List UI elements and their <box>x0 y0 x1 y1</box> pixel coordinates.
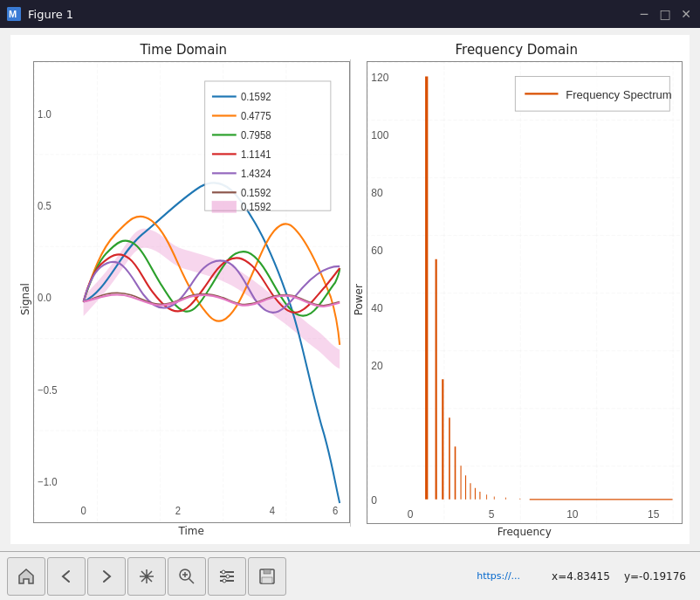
left-plot-inner: Signal 1.0 <box>17 61 350 537</box>
title-bar-controls: ─ □ ✕ <box>637 7 693 21</box>
x-coord: x=4.83415 <box>552 570 610 583</box>
minimize-button[interactable]: ─ <box>637 7 651 21</box>
plot-area: Time Domain Signal <box>10 35 690 544</box>
zoom-button[interactable] <box>168 557 206 596</box>
svg-text:4: 4 <box>270 505 276 516</box>
svg-text:0.4775: 0.4775 <box>241 110 271 121</box>
svg-text:0.0: 0.0 <box>38 292 51 303</box>
app-icon: M <box>7 7 21 21</box>
svg-text:60: 60 <box>371 245 383 257</box>
svg-text:80: 80 <box>371 187 383 199</box>
svg-point-65 <box>226 575 230 578</box>
svg-rect-68 <box>264 569 271 574</box>
svg-rect-69 <box>262 577 272 583</box>
svg-text:20: 20 <box>371 360 383 372</box>
left-y-label: Signal <box>17 61 33 537</box>
svg-text:1.4324: 1.4324 <box>241 167 271 178</box>
home-button[interactable] <box>7 557 45 596</box>
back-button[interactable] <box>47 557 86 596</box>
right-plot-inner: Power 120 <box>351 61 683 538</box>
toolbar-buttons <box>7 557 286 596</box>
svg-text:0.7958: 0.7958 <box>241 128 271 140</box>
svg-text:0.1592: 0.1592 <box>241 186 271 197</box>
main-content: Time Domain Signal <box>0 28 700 551</box>
svg-text:0.5: 0.5 <box>38 200 51 211</box>
svg-text:1.0: 1.0 <box>38 107 51 119</box>
svg-line-58 <box>189 578 195 583</box>
left-chart-canvas[interactable]: 1.0 0.5 0.0 −0.5 −1.0 0 2 4 6 <box>33 61 350 523</box>
left-plot-title: Time Domain <box>17 42 350 58</box>
svg-text:0: 0 <box>371 494 377 507</box>
left-plot: Time Domain Signal <box>10 35 350 544</box>
right-x-label: Frequency <box>367 526 683 538</box>
svg-point-66 <box>223 579 226 583</box>
forward-button[interactable] <box>87 557 126 596</box>
title-bar-left: M Figure 1 <box>7 7 73 21</box>
svg-text:−1.0: −1.0 <box>38 476 58 487</box>
svg-text:0.1592: 0.1592 <box>241 201 271 212</box>
svg-text:0: 0 <box>407 508 413 521</box>
svg-text:−0.5: −0.5 <box>38 384 58 396</box>
right-plot-title: Frequency Domain <box>351 42 683 58</box>
svg-rect-27 <box>367 62 683 523</box>
settings-button[interactable] <box>208 557 246 596</box>
right-plot: Frequency Domain Power <box>351 35 690 544</box>
svg-text:1.1141: 1.1141 <box>241 148 271 159</box>
right-chart-canvas[interactable]: 120 100 80 60 40 20 0 0 5 10 15 <box>367 61 683 524</box>
title-bar: M Figure 1 ─ □ ✕ <box>0 0 700 28</box>
svg-text:6: 6 <box>333 505 338 516</box>
right-y-label: Power <box>351 61 367 538</box>
svg-text:100: 100 <box>371 129 388 141</box>
svg-text:15: 15 <box>648 508 660 521</box>
svg-text:120: 120 <box>371 72 388 84</box>
save-button[interactable] <box>248 557 286 596</box>
toolbar: https://... x=4.83415 y=-0.19176 <box>0 551 700 600</box>
svg-text:0: 0 <box>80 505 86 516</box>
toolbar-status: https://... x=4.83415 y=-0.19176 <box>288 570 693 583</box>
svg-text:M: M <box>9 9 17 19</box>
svg-text:Frequency Spectrum: Frequency Spectrum <box>566 88 672 101</box>
svg-point-64 <box>222 570 225 574</box>
y-coord: y=-0.19176 <box>624 570 686 583</box>
svg-rect-25 <box>212 201 237 212</box>
close-button[interactable]: ✕ <box>679 7 693 21</box>
svg-text:5: 5 <box>488 508 494 521</box>
svg-rect-63 <box>220 580 234 582</box>
svg-text:10: 10 <box>566 508 579 521</box>
maximize-button[interactable]: □ <box>658 7 672 21</box>
svg-text:2: 2 <box>175 505 181 516</box>
svg-text:40: 40 <box>371 302 383 314</box>
url-status: https://... <box>477 570 520 582</box>
pan-button[interactable] <box>127 557 166 596</box>
window-title: Figure 1 <box>28 8 73 21</box>
svg-text:0.1592: 0.1592 <box>241 91 271 102</box>
left-x-label: Time <box>33 525 350 537</box>
